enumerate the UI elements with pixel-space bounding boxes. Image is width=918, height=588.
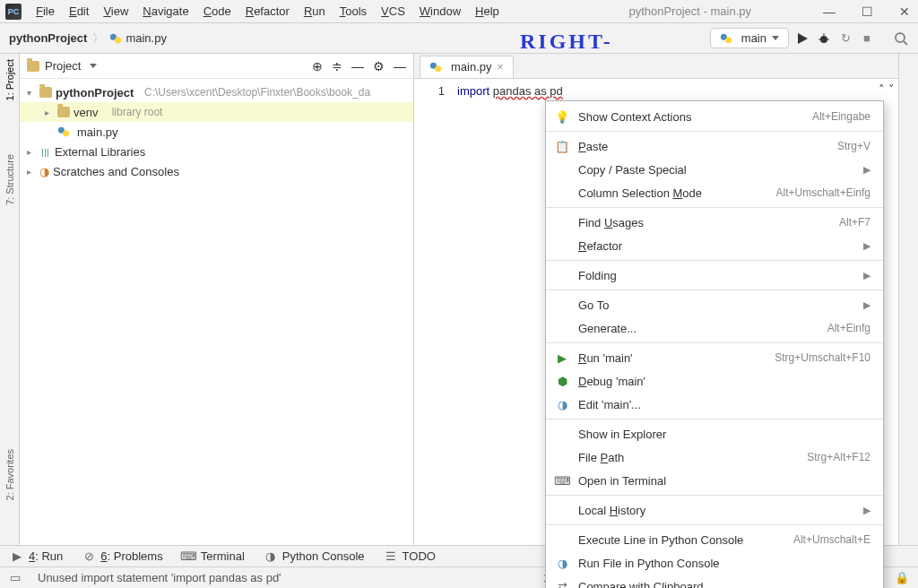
toolwindow-python-console[interactable]: ◑Python Console (264, 549, 365, 563)
ctx-execute-line-in-python-console[interactable]: Execute Line in Python ConsoleAlt+Umscha… (546, 528, 883, 551)
maximize-button[interactable]: ☐ (859, 4, 875, 20)
lock-icon[interactable]: 🔒 (895, 571, 909, 584)
ctx-find-usages[interactable]: Find UsagesAlt+F7 (546, 211, 883, 234)
toolwindow-terminal[interactable]: ⌨Terminal (183, 549, 245, 563)
menu-vcs[interactable]: VCS (374, 2, 412, 21)
toolwindow-problems[interactable]: ⊘6: Problems (82, 549, 162, 563)
search-everywhere-button[interactable] (893, 30, 909, 47)
rerun-button[interactable]: ↻ (837, 30, 853, 47)
ctx-generate[interactable]: Generate...Alt+Einfg (546, 316, 883, 340)
project-tool-window: Project ⊕ ≑ — ⚙ — ▾ pythonProject C:\Use… (20, 54, 414, 552)
locate-icon[interactable]: ⊕ (312, 59, 323, 74)
run-config-dropdown[interactable]: main (710, 28, 789, 48)
menu-run[interactable]: Run (297, 2, 333, 21)
left-tool-rail: 1: Project 7: Structure 2: Favorites (0, 54, 20, 552)
submenu-arrow-icon: ▶ (863, 164, 870, 176)
blank-icon (555, 503, 569, 517)
tree-root-path: C:\Users\xcent\Desktop\Finxter\Books\boo… (144, 86, 370, 99)
menu-help[interactable]: Help (468, 2, 507, 21)
ctx-show-context-actions[interactable]: 💡Show Context ActionsAlt+Eingabe (546, 105, 883, 128)
submenu-arrow-icon: ▶ (863, 505, 870, 516)
svg-point-14 (435, 65, 441, 72)
ctx-paste[interactable]: 📋PasteStrg+V (546, 134, 883, 158)
menu-code[interactable]: Code (196, 2, 238, 21)
submenu-arrow-icon: ▶ (863, 240, 870, 252)
chevron-right-icon[interactable]: ▸ (27, 147, 36, 157)
python-file-icon (57, 125, 70, 138)
project-view-dropdown-icon[interactable] (90, 64, 97, 68)
next-hl-icon[interactable]: ˅ (888, 82, 895, 96)
ctx-go-to[interactable]: Go To▶ (546, 293, 883, 316)
ctx-copy-paste-special[interactable]: Copy / Paste Special▶ (546, 158, 883, 181)
ctx-item-label: File Path (578, 451, 798, 464)
menu-tools[interactable]: Tools (333, 2, 374, 21)
ctx-item-label: Compare with Clipboard (578, 580, 870, 589)
ctx-shortcut: Alt+Umschalt+Einfg (776, 186, 870, 199)
ctx-file-path[interactable]: File PathStrg+Alt+F12 (546, 445, 883, 469)
ctx-show-in-explorer[interactable]: Show in Explorer (546, 422, 883, 445)
breadcrumb-project[interactable]: pythonProject (9, 31, 87, 45)
chevron-right-icon[interactable]: ▸ (45, 108, 54, 117)
libraries-icon: ⫼ (39, 145, 51, 159)
chevron-down-icon (772, 36, 779, 40)
tree-main-file[interactable]: main.py (20, 122, 413, 142)
toolwindow-label: Terminal (201, 549, 245, 563)
editor-tab-main[interactable]: main.py × (420, 56, 514, 78)
rail-project[interactable]: 1: Project (4, 59, 15, 100)
tree-external-libs[interactable]: ▸ ⫼ External Libraries (20, 142, 413, 161)
right-tool-rail (898, 54, 918, 552)
tree-scratches[interactable]: ▸ ◑ Scratches and Consoles (20, 161, 413, 181)
ctx-compare-with-clipboard[interactable]: ⇄Compare with Clipboard (546, 575, 883, 588)
ctx-item-label: Go To (578, 298, 854, 312)
prev-hl-icon[interactable]: ˄ (879, 82, 885, 96)
minimize-button[interactable]: — (821, 4, 837, 20)
hide-panel-icon[interactable]: — (394, 59, 406, 74)
ctx-run-file-in-python-console[interactable]: ◑Run File in Python Console (546, 551, 883, 575)
rail-favorites[interactable]: 2: Favorites (4, 449, 15, 500)
breadcrumb-file[interactable]: main.py (126, 31, 167, 45)
menu-view[interactable]: View (96, 2, 135, 21)
run-button[interactable] (794, 30, 810, 47)
ctx-open-in-terminal[interactable]: ⌨Open in Terminal (546, 469, 883, 492)
blank-icon (555, 162, 569, 177)
debug-button[interactable] (816, 30, 832, 47)
paste-icon: 📋 (555, 139, 569, 153)
ctx-shortcut: Alt+Umschalt+E (793, 533, 870, 546)
menu-navigate[interactable]: Navigate (135, 2, 195, 21)
chevron-right-icon[interactable]: ▸ (27, 167, 36, 177)
close-button[interactable]: ✕ (896, 4, 913, 20)
project-tree[interactable]: ▾ pythonProject C:\Users\xcent\Desktop\F… (20, 79, 413, 552)
menu-file[interactable]: File (29, 2, 62, 21)
collapse-all-icon[interactable]: — (351, 59, 364, 74)
ctx-folding[interactable]: Folding▶ (546, 264, 883, 287)
tree-root[interactable]: ▾ pythonProject C:\Users\xcent\Desktop\F… (20, 82, 413, 102)
tree-main-file-name: main.py (77, 125, 118, 139)
ctx-edit-main[interactable]: ◑Edit 'main'... (546, 393, 883, 416)
menu-refactor[interactable]: Refactor (238, 2, 297, 21)
stop-button[interactable]: ■ (859, 30, 875, 47)
blank-icon (555, 321, 569, 335)
bug-icon: ⬢ (555, 374, 569, 388)
folder-icon (27, 61, 39, 72)
status-icon[interactable]: ▭ (9, 572, 22, 584)
ctx-refactor[interactable]: Refactor▶ (546, 234, 883, 257)
project-panel-title[interactable]: Project (45, 59, 81, 73)
menu-edit[interactable]: Edit (62, 2, 96, 21)
chevron-down-icon[interactable]: ▾ (27, 88, 36, 98)
editor-tabs: main.py × (414, 54, 898, 79)
ctx-run-main[interactable]: ▶Run 'main'Strg+Umschalt+F10 (546, 346, 883, 369)
expand-all-icon[interactable]: ≑ (332, 59, 342, 74)
rail-structure[interactable]: 7: Structure (4, 154, 15, 205)
tree-venv[interactable]: ▸ venv library root (20, 102, 413, 122)
ctx-item-label: Open in Terminal (578, 474, 870, 488)
toolwindow-todo[interactable]: ☰TODO (385, 549, 436, 563)
nav-bar: pythonProject 〉 main.py main ↻ ■ (0, 23, 918, 54)
tree-scratches-label: Scratches and Consoles (53, 165, 179, 178)
menu-window[interactable]: Window (412, 2, 468, 21)
gear-icon[interactable]: ⚙ (373, 59, 385, 74)
ctx-column-selection-mode[interactable]: Column Selection ModeAlt+Umschalt+Einfg (546, 181, 883, 204)
ctx-local-history[interactable]: Local History▶ (546, 498, 883, 522)
toolwindow-run[interactable]: ▶4: Run (11, 549, 63, 563)
close-tab-icon[interactable]: × (498, 61, 504, 74)
ctx-debug-main[interactable]: ⬢Debug 'main' (546, 369, 883, 393)
